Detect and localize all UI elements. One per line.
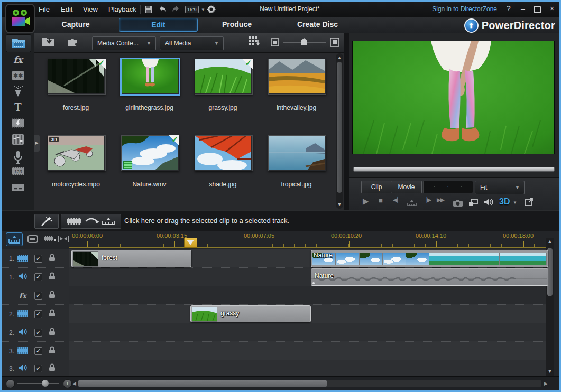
timeline-ruler[interactable]: 00:00:00:00 00:00:03:15 00:00:07:05 00:0… [69, 231, 546, 248]
import-media-icon[interactable] [39, 36, 57, 50]
magic-tools-button[interactable] [34, 214, 59, 229]
fast-forward-button[interactable]: ▶▶ [437, 197, 444, 203]
library-thumb-girlinthegrass[interactable] [120, 58, 180, 96]
menu-file[interactable]: File [35, 2, 53, 17]
plugin-puzzle-icon[interactable] [63, 36, 81, 50]
tab-capture[interactable]: Capture [49, 20, 102, 29]
sidebar-item-media-room[interactable] [6, 34, 31, 52]
track-enable-checkbox[interactable]: ✓ [34, 365, 42, 372]
clip-mode-button[interactable]: Clip [361, 181, 392, 193]
zoom-in-button[interactable]: + [63, 379, 72, 388]
maximize-button[interactable] [532, 4, 542, 15]
sidebar-item-pip-objects-room[interactable]: ✱✱ [6, 70, 30, 85]
scroll-left-icon[interactable]: ◀ [72, 380, 76, 387]
library-thumb-tropical[interactable] [268, 135, 326, 171]
track-audio-2[interactable] [69, 323, 546, 342]
undock-preview-icon[interactable] [468, 199, 478, 208]
track-video-3[interactable] [69, 341, 546, 360]
scroll-up-icon[interactable]: ▲ [546, 239, 554, 244]
sidebar-item-chapter-room[interactable]: 123 [6, 166, 30, 181]
signin-directorzone-link[interactable]: Sign in to DirectorZone [432, 5, 497, 13]
playhead-marker[interactable] [184, 238, 197, 248]
add-to-track-button[interactable] [61, 214, 121, 229]
timeline-zoom-handle[interactable] [42, 380, 49, 387]
timecode-display[interactable]: - - : - - : - - : - - [423, 181, 473, 193]
sidebar-item-title-room[interactable]: T [6, 101, 30, 116]
seek-ruler-icon[interactable] [407, 199, 417, 208]
clip-nature-video[interactable]: Nature [311, 250, 548, 267]
track-lock-icon[interactable] [49, 309, 56, 319]
track-lock-icon[interactable] [49, 363, 56, 374]
scroll-right-icon[interactable]: ▶ [544, 380, 548, 387]
close-button[interactable]: × [547, 4, 557, 13]
zoom-out-button[interactable]: − [6, 379, 15, 388]
clip-grassy[interactable]: grassy [190, 305, 311, 322]
track-lock-icon[interactable] [49, 291, 56, 301]
library-thumb-shade[interactable] [195, 135, 253, 171]
sidebar-item-audio-mixing-room[interactable] [6, 134, 30, 148]
tab-create-disc[interactable]: Create Disc [287, 20, 348, 29]
movie-mode-button[interactable]: Movie [391, 181, 422, 193]
preview-seek-bar[interactable] [353, 167, 555, 172]
track-enable-checkbox[interactable]: ✓ [34, 292, 42, 300]
thumb-size-slider-handle[interactable] [301, 38, 307, 48]
library-thumb-inthevalley[interactable] [268, 59, 326, 95]
media-filter-dropdown[interactable]: All Media ▼ [160, 36, 224, 50]
track-enable-checkbox[interactable]: ✓ [34, 273, 42, 281]
undo-icon[interactable] [156, 2, 169, 18]
track-lock-icon[interactable] [49, 328, 56, 338]
preview-zoom-dropdown[interactable]: Fit ▼ [475, 181, 525, 194]
room-filter-dropdown[interactable]: Media Conte... ▼ [92, 36, 156, 50]
aspect-ratio-badge[interactable]: 16:9 [185, 6, 199, 13]
track-fx[interactable] [69, 286, 546, 305]
track-enable-checkbox[interactable]: ✓ [34, 347, 42, 355]
library-scrollbar[interactable]: ▲ ▼ [336, 53, 343, 209]
timeline-hscrollbar-thumb[interactable] [78, 380, 327, 387]
track-lock-icon[interactable] [49, 254, 56, 264]
sidebar-item-transition-room[interactable] [6, 118, 30, 133]
minimize-button[interactable]: – [518, 4, 528, 13]
menu-edit[interactable]: Edit [58, 2, 76, 17]
clip-forest[interactable]: forest [71, 250, 191, 267]
save-icon[interactable] [142, 2, 155, 18]
next-frame-button[interactable]: ▕▶ [422, 197, 431, 203]
3d-caret-icon[interactable]: ▼ [513, 200, 517, 205]
track-audio-3[interactable] [69, 360, 546, 377]
volume-icon[interactable] [484, 198, 493, 208]
library-thumb-forest[interactable]: ✓ [48, 59, 106, 95]
pane-splitter[interactable] [344, 33, 349, 210]
stop-button[interactable]: ■ [379, 197, 383, 204]
sidebar-item-subtitle-room[interactable] [6, 183, 30, 198]
track-lock-icon[interactable] [49, 272, 56, 282]
scroll-down-icon[interactable]: ▼ [336, 202, 343, 207]
timeline-view-button[interactable] [6, 232, 23, 246]
menu-view[interactable]: View [80, 2, 101, 17]
resize-preview-icon[interactable] [525, 198, 534, 208]
tab-produce[interactable]: Produce [210, 20, 263, 29]
library-thumb-grassy[interactable]: ✓ [195, 59, 253, 95]
clip-nature-audio[interactable]: Nature [311, 268, 548, 286]
thumb-size-small-icon[interactable] [271, 38, 279, 49]
library-scrollbar-thumb[interactable] [337, 62, 342, 193]
sidebar-item-voiceover-room[interactable] [6, 151, 30, 165]
settings-gear-icon[interactable] [205, 2, 217, 18]
help-button[interactable]: ? [503, 4, 514, 13]
play-button[interactable]: ▶ [363, 197, 369, 206]
storyboard-view-button[interactable] [25, 232, 41, 245]
thumb-size-large-icon[interactable] [330, 38, 339, 49]
track-enable-checkbox[interactable]: ✓ [34, 255, 42, 263]
3d-toggle-button[interactable]: 3D [499, 197, 510, 207]
track-enable-checkbox[interactable]: ✓ [34, 310, 42, 318]
track-lock-icon[interactable] [49, 346, 56, 356]
scroll-up-icon[interactable]: ▲ [336, 55, 343, 60]
scroll-down-icon[interactable]: ▼ [546, 369, 554, 374]
sidebar-item-particle-room[interactable] [6, 85, 30, 100]
menu-playback[interactable]: Playback [105, 2, 140, 17]
track-enable-checkbox[interactable]: ✓ [34, 329, 42, 337]
playhead-line[interactable] [190, 238, 190, 376]
library-thumb-nature[interactable]: ✓ [121, 135, 179, 171]
snapshot-camera-icon[interactable] [453, 199, 463, 209]
library-thumb-motorcycles[interactable]: 3D [48, 135, 106, 171]
tab-edit[interactable]: Edit [119, 18, 198, 32]
sidebar-item-effect-room[interactable]: fx [6, 54, 30, 69]
